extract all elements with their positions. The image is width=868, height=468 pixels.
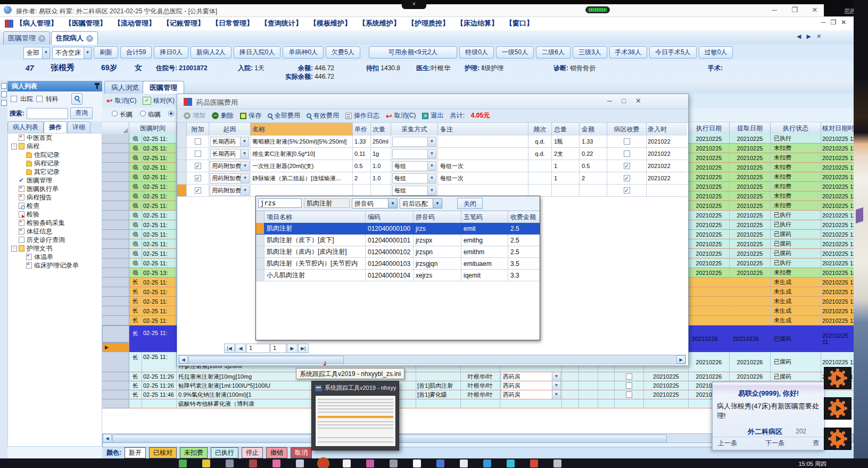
order-row[interactable]: 长02-25 11:26托拉塞米注射液[10mg]10mg叶根华/叶西药房▼20… — [102, 372, 854, 381]
ward-charge-checkbox[interactable]: ✓ — [624, 187, 630, 194]
tab-details[interactable]: 详细 — [67, 121, 90, 133]
filter-button[interactable]: 刷新 — [94, 46, 118, 59]
chevron-down-icon[interactable]: ▼ — [42, 47, 49, 59]
edge-button[interactable] — [1, 83, 7, 89]
delete-button[interactable]: −删除 — [212, 111, 234, 120]
chevron-down-icon[interactable]: ▼ — [388, 199, 397, 208]
tree-expander-icon[interactable]: - — [11, 246, 17, 252]
header-exec-date[interactable]: 执行日期 — [689, 122, 730, 134]
edge-button[interactable] — [1, 100, 7, 106]
tab-close-all-icon[interactable]: ✕ — [816, 33, 821, 40]
mdi-minimize-icon[interactable]: ─ — [821, 19, 826, 26]
mdi-restore-icon[interactable]: ❐ — [831, 19, 837, 26]
maximize-button[interactable]: ❐ — [788, 5, 801, 15]
filter-button[interactable]: 三级3人 — [573, 46, 607, 59]
scroll-right-icon[interactable]: ▶ — [676, 355, 685, 364]
chevron-down-icon[interactable]: ▼ — [84, 47, 91, 59]
tree-item[interactable]: 检验 — [8, 210, 102, 219]
save-button[interactable]: 保存 — [240, 111, 261, 120]
cause-dropdown[interactable]: 长期西药▼ — [210, 149, 249, 159]
collect-mode-dropdown[interactable]: 每组▼ — [392, 173, 436, 183]
first-record-icon[interactable]: |◀ — [224, 344, 235, 353]
tree-item[interactable]: 其它记录 — [8, 168, 102, 176]
taskbar-app-icon[interactable] — [530, 459, 538, 467]
taskbar-app-icon[interactable] — [296, 459, 304, 467]
dialog-close-icon[interactable]: ✕ — [635, 97, 641, 105]
chevron-down-icon[interactable]: ▼ — [552, 381, 560, 390]
extra-fee-checkbox[interactable]: ✓ — [195, 175, 201, 181]
filter-button[interactable]: 可用余额<9元2人 — [369, 46, 457, 59]
tab-close-icon[interactable]: ✕ — [38, 35, 45, 42]
tree-item[interactable]: 病程记录 — [8, 159, 102, 168]
tree-item[interactable]: 病程报告 — [8, 193, 102, 202]
chevron-down-icon[interactable]: ▼ — [241, 186, 249, 195]
cause-dropdown[interactable]: 长期西药▼ — [210, 137, 249, 147]
cancel-button[interactable]: ↩取消(C) — [106, 95, 136, 106]
taskbar-app-icon[interactable] — [366, 459, 374, 467]
menu-item[interactable]: 【模板维护】 — [310, 19, 351, 28]
dialog-header-cell[interactable]: 次量 — [371, 123, 391, 136]
popup-item-row[interactable]: 小儿肌肉注射012040000104xejrzsiqemit3.3 — [256, 270, 540, 281]
filter-button[interactable]: 一级50人 — [496, 46, 534, 59]
filter-button[interactable]: 特级0人 — [459, 46, 494, 59]
scroll-left-icon[interactable]: ◀ — [103, 434, 112, 442]
minimize-button[interactable]: ─ — [767, 5, 781, 15]
trace-tool-thumbnail[interactable]: 系统跟踪工具v2019 - nhxyybl_... — [311, 381, 399, 450]
dialog-header-cell[interactable]: 录入时 — [647, 123, 687, 136]
scroll-thumb[interactable] — [188, 356, 344, 364]
popup-header-cell[interactable]: 拼音码 — [414, 211, 461, 223]
chevron-down-icon[interactable]: ▼ — [240, 137, 249, 146]
popup-item-row[interactable]: 肌肉注射（关节腔内）[关节腔内012040000103jrzsgjqnemitu… — [256, 258, 540, 270]
dialog-row[interactable]: ✓用药附加费▼每组▼✓ — [177, 185, 687, 197]
header-exec-status[interactable]: 执行状态 — [771, 122, 821, 134]
long-order-radio[interactable] — [112, 111, 118, 116]
collect-mode-dropdown[interactable]: ▼ — [392, 149, 436, 159]
chevron-down-icon[interactable]: ▼ — [241, 174, 249, 183]
filter-button[interactable]: 择日0人 — [154, 46, 188, 59]
pin-icon[interactable] — [96, 83, 98, 89]
dialog-header-cell[interactable]: 起因 — [209, 123, 251, 136]
match-mode-dropdown[interactable]: 前后匹配 ▼ — [400, 198, 442, 208]
chevron-down-icon[interactable]: ▼ — [427, 162, 436, 171]
collect-mode-dropdown[interactable]: 每组▼ — [392, 161, 436, 171]
edge-button[interactable] — [1, 91, 7, 97]
cause-dropdown[interactable]: 用药附加费▼ — [210, 161, 250, 171]
recorder-overlay-icon[interactable] — [824, 397, 852, 420]
dialog-header-cell[interactable]: 总量 — [552, 123, 580, 136]
tree-item[interactable]: 检验条码采集 — [8, 219, 102, 227]
taskbar-app-icon[interactable] — [413, 459, 421, 467]
magnifier-button[interactable] — [71, 93, 82, 105]
ward-charge-checkbox[interactable]: ✓ — [624, 175, 630, 181]
dialog-header-cell[interactable]: 名称 — [251, 123, 353, 136]
taskbar-app-icon[interactable] — [553, 459, 561, 467]
chevron-down-icon[interactable]: ▼ — [241, 162, 249, 171]
filter-button[interactable]: 新病人2人 — [191, 46, 232, 59]
taskbar-app-icon[interactable] — [436, 459, 444, 467]
taskbar-app-icon[interactable] — [460, 459, 468, 467]
exit-button[interactable]: ✕退出 — [422, 111, 443, 120]
recorder-overlay-icon[interactable] — [824, 428, 852, 450]
tree-item[interactable]: 体征信息 — [8, 227, 102, 236]
tree-item[interactable]: 医嘱执行单 — [8, 185, 102, 193]
header-pick-date[interactable]: 提取日期 — [730, 122, 771, 134]
taskbar-app-icon[interactable] — [507, 459, 515, 467]
dialog-header-cell[interactable]: 病区收费 — [607, 123, 647, 136]
query-button[interactable]: 查询 — [70, 107, 93, 119]
menu-item[interactable]: 【日常管理】 — [212, 19, 253, 28]
tree-item[interactable]: 住院记录 — [8, 151, 102, 159]
filter-button[interactable]: 单病种0人 — [283, 46, 324, 59]
ward-charge-checkbox[interactable]: ✓ — [624, 163, 630, 169]
menu-item[interactable]: 【系统维护】 — [359, 19, 400, 28]
tree-item[interactable]: 临床护理记录单 — [8, 261, 102, 270]
new-order-notification[interactable]: 易联众(9999), 你好! 病人张根秀(47床)有新医嘱需要处理! 外二科病区… — [712, 382, 825, 450]
menu-item[interactable]: 【记账管理】 — [163, 19, 204, 28]
tab-operations[interactable]: 操作 — [44, 121, 67, 133]
menu-item[interactable]: 【床边结算】 — [457, 19, 498, 28]
tree-expander-icon[interactable]: - — [11, 144, 17, 149]
code-type-dropdown[interactable]: 拼音码 ▼ — [352, 198, 398, 208]
chevron-down-icon[interactable]: ▼ — [427, 174, 436, 183]
dialog-cancel-button[interactable]: ↩取消(C) — [386, 111, 416, 120]
extra-fee-checkbox[interactable]: ✓ — [195, 163, 201, 169]
dialog-hscrollbar[interactable]: ◀ ▶ — [178, 355, 686, 364]
tab-scroll-left-icon[interactable]: ◀ — [797, 33, 801, 40]
